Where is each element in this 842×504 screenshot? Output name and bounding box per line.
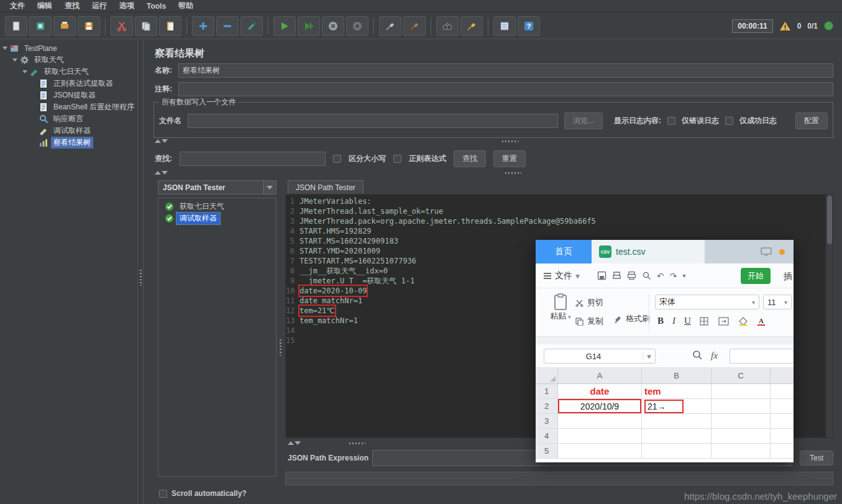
row-header-4[interactable]: 4 xyxy=(536,429,558,444)
row-header-3[interactable]: 3 xyxy=(536,414,558,429)
bold-button[interactable]: B xyxy=(657,316,664,326)
tree-item-http-sampler[interactable]: 获取七日天气 xyxy=(0,66,137,78)
cell-a1[interactable]: date xyxy=(558,384,642,399)
regex-checkbox[interactable] xyxy=(393,155,401,163)
paste-button[interactable] xyxy=(159,16,181,36)
more-caret-icon[interactable]: ▾ xyxy=(683,272,686,279)
splitter-grip[interactable] xyxy=(505,172,521,174)
toggle-element-button[interactable] xyxy=(240,16,263,36)
select-all-corner[interactable] xyxy=(536,368,558,384)
name-box-caret-icon[interactable]: ▾ xyxy=(643,352,655,361)
errors-only-checkbox[interactable] xyxy=(667,117,675,125)
font-size-select[interactable]: 11 ▾ xyxy=(763,295,792,309)
name-box[interactable]: G14 ▾ xyxy=(544,349,656,364)
cell-b3[interactable] xyxy=(642,414,712,429)
function-helper-button[interactable] xyxy=(493,16,516,36)
row-header-1[interactable]: 1 xyxy=(536,384,558,399)
warning-icon[interactable] xyxy=(779,21,791,32)
row-header-2[interactable]: 2 xyxy=(536,399,558,414)
tree-item-regex-extractor[interactable]: 正则表达式提取器 xyxy=(0,78,137,89)
cell-a2[interactable]: 2020/10/9 xyxy=(558,399,642,414)
configure-button[interactable]: 配置 xyxy=(795,112,828,129)
merge-cells-button[interactable] xyxy=(718,317,730,326)
tree-item-testplane[interactable]: TestPlane xyxy=(0,42,137,54)
menu-run[interactable]: 运行 xyxy=(86,1,113,11)
output-icon[interactable] xyxy=(612,271,621,280)
comment-input[interactable] xyxy=(178,82,833,96)
new-plan-button[interactable] xyxy=(5,16,27,36)
cell-d2[interactable] xyxy=(771,399,794,414)
clear-button[interactable] xyxy=(379,16,401,36)
splitter-collapse-buttons[interactable] xyxy=(288,441,301,445)
splitter-collapse-buttons[interactable] xyxy=(155,171,168,175)
sample-item[interactable]: 获取七日天气 xyxy=(158,201,276,213)
fx-label[interactable]: fx xyxy=(711,351,718,361)
row-header-5[interactable]: 5 xyxy=(536,444,558,459)
menu-file[interactable]: 文件 xyxy=(4,1,31,11)
borders-button[interactable] xyxy=(700,317,710,326)
font-color-button[interactable]: A xyxy=(757,317,766,326)
redo-icon[interactable]: ↷ xyxy=(670,271,677,281)
tab-json-path-tester[interactable]: JSON Path Tester xyxy=(288,180,364,194)
cell-c4[interactable] xyxy=(712,429,771,444)
filename-input[interactable] xyxy=(188,114,558,128)
reset-button[interactable]: 重置 xyxy=(493,150,526,167)
cell-a4[interactable] xyxy=(558,429,642,444)
templates-button[interactable] xyxy=(29,16,52,36)
wps-document-tab[interactable]: CSV test.csv xyxy=(592,240,705,263)
cut-button[interactable]: 剪切 xyxy=(575,297,603,308)
column-header-c[interactable]: C xyxy=(712,368,771,384)
italic-button[interactable]: I xyxy=(672,316,675,326)
cell-b4[interactable] xyxy=(642,429,712,444)
results-splitter-grip[interactable] xyxy=(280,339,281,355)
help-button[interactable]: ? xyxy=(518,16,540,36)
remove-element-button[interactable] xyxy=(216,16,239,36)
column-header-a[interactable]: A xyxy=(558,368,642,384)
wps-home-tab[interactable]: 首页 xyxy=(536,240,592,263)
cell-c1[interactable] xyxy=(712,384,771,399)
tree-item-debug-sampler[interactable]: 调试取样器 xyxy=(0,125,137,137)
scroll-automatically-checkbox[interactable] xyxy=(159,490,167,498)
expand-arrow-icon[interactable] xyxy=(2,47,7,50)
open-button[interactable] xyxy=(53,16,76,36)
cell-a3[interactable] xyxy=(558,414,642,429)
cell-b1[interactable]: tem xyxy=(642,384,712,399)
column-header-partial[interactable] xyxy=(771,368,794,384)
start-button[interactable] xyxy=(273,16,296,36)
expand-arrow-icon[interactable] xyxy=(22,70,27,73)
cell-d5[interactable] xyxy=(771,444,794,459)
copy-button[interactable]: 复制 xyxy=(575,316,603,327)
cell-d1[interactable] xyxy=(771,384,794,399)
cell-d3[interactable] xyxy=(771,414,794,429)
menu-options[interactable]: 选项 xyxy=(113,1,140,11)
paste-button[interactable]: 粘贴 ▾ xyxy=(548,293,573,322)
tree-splitter[interactable] xyxy=(138,40,144,504)
editor-scrollbar[interactable] xyxy=(826,194,833,438)
start-no-pauses-button[interactable] xyxy=(298,16,320,36)
wps-start-ribbon-tab[interactable]: 开始 xyxy=(741,268,771,284)
wps-insert-ribbon-tab[interactable]: 插 xyxy=(784,271,792,282)
column-header-b[interactable]: B xyxy=(642,368,712,384)
fill-color-button[interactable] xyxy=(738,317,748,326)
splitter-grip[interactable] xyxy=(502,140,518,142)
print-icon[interactable] xyxy=(627,271,636,280)
menu-search[interactable]: 查找 xyxy=(58,1,86,11)
splitter-collapse-buttons[interactable] xyxy=(155,139,168,143)
cell-b5[interactable] xyxy=(642,444,712,459)
scrollbar-thumb[interactable] xyxy=(827,196,832,244)
print-preview-icon[interactable] xyxy=(642,271,651,280)
save-icon[interactable] xyxy=(597,271,606,280)
cut-button[interactable] xyxy=(111,16,133,36)
tree-item-json-extractor[interactable]: JSON提取器 xyxy=(0,89,137,101)
cell-c2[interactable] xyxy=(712,399,771,414)
tree-item-thread-group[interactable]: 获取天气 xyxy=(0,54,137,66)
shutdown-button[interactable] xyxy=(346,16,368,36)
tree-item-response-assertion[interactable]: 响应断言 xyxy=(0,113,137,125)
search-input[interactable] xyxy=(180,152,326,166)
name-input[interactable]: 察看结果树 xyxy=(178,63,833,78)
font-name-select[interactable]: 宋体 ▾ xyxy=(655,295,759,309)
expand-arrow-icon[interactable] xyxy=(12,58,17,62)
combo-arrow-icon[interactable] xyxy=(263,180,277,195)
undo-icon[interactable]: ↶ xyxy=(657,271,664,281)
menu-help[interactable]: 帮助 xyxy=(172,1,199,11)
